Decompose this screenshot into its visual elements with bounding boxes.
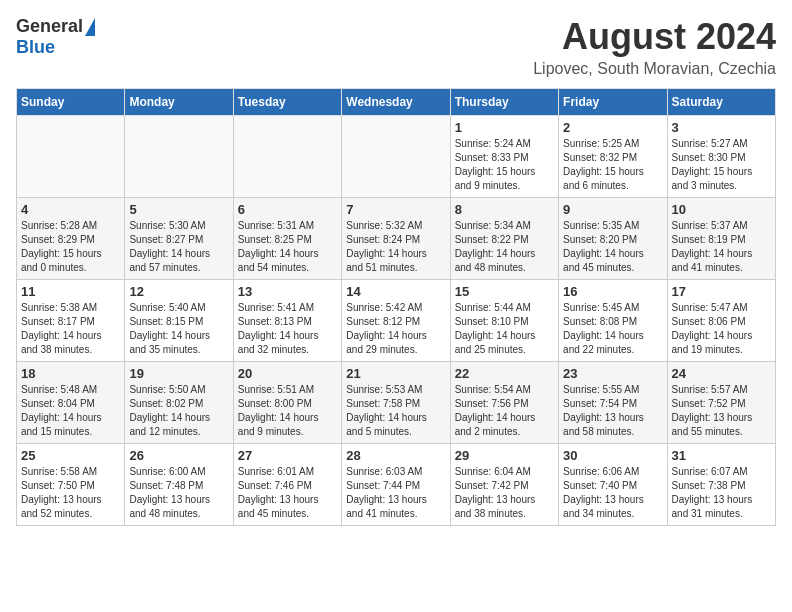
day-info: Sunrise: 5:40 AM Sunset: 8:15 PM Dayligh… xyxy=(129,301,228,357)
calendar-day-cell xyxy=(233,116,341,198)
day-info: Sunrise: 6:01 AM Sunset: 7:46 PM Dayligh… xyxy=(238,465,337,521)
day-number: 14 xyxy=(346,284,445,299)
day-info: Sunrise: 5:37 AM Sunset: 8:19 PM Dayligh… xyxy=(672,219,771,275)
calendar-week-row: 11Sunrise: 5:38 AM Sunset: 8:17 PM Dayli… xyxy=(17,280,776,362)
calendar-day-cell: 9Sunrise: 5:35 AM Sunset: 8:20 PM Daylig… xyxy=(559,198,667,280)
calendar-week-row: 18Sunrise: 5:48 AM Sunset: 8:04 PM Dayli… xyxy=(17,362,776,444)
title-block: August 2024 Lipovec, South Moravian, Cze… xyxy=(533,16,776,78)
day-info: Sunrise: 6:07 AM Sunset: 7:38 PM Dayligh… xyxy=(672,465,771,521)
calendar-day-cell: 16Sunrise: 5:45 AM Sunset: 8:08 PM Dayli… xyxy=(559,280,667,362)
calendar-day-cell: 24Sunrise: 5:57 AM Sunset: 7:52 PM Dayli… xyxy=(667,362,775,444)
location-subtitle: Lipovec, South Moravian, Czechia xyxy=(533,60,776,78)
calendar-day-header: Thursday xyxy=(450,89,558,116)
calendar-day-cell: 25Sunrise: 5:58 AM Sunset: 7:50 PM Dayli… xyxy=(17,444,125,526)
day-info: Sunrise: 5:50 AM Sunset: 8:02 PM Dayligh… xyxy=(129,383,228,439)
calendar-week-row: 25Sunrise: 5:58 AM Sunset: 7:50 PM Dayli… xyxy=(17,444,776,526)
day-info: Sunrise: 5:27 AM Sunset: 8:30 PM Dayligh… xyxy=(672,137,771,193)
day-number: 20 xyxy=(238,366,337,381)
logo-blue-text: Blue xyxy=(16,37,55,58)
calendar-day-header: Tuesday xyxy=(233,89,341,116)
calendar-day-header: Monday xyxy=(125,89,233,116)
day-info: Sunrise: 5:25 AM Sunset: 8:32 PM Dayligh… xyxy=(563,137,662,193)
calendar-day-cell: 26Sunrise: 6:00 AM Sunset: 7:48 PM Dayli… xyxy=(125,444,233,526)
day-number: 26 xyxy=(129,448,228,463)
calendar-day-cell: 11Sunrise: 5:38 AM Sunset: 8:17 PM Dayli… xyxy=(17,280,125,362)
day-number: 2 xyxy=(563,120,662,135)
day-info: Sunrise: 5:42 AM Sunset: 8:12 PM Dayligh… xyxy=(346,301,445,357)
calendar-day-cell: 22Sunrise: 5:54 AM Sunset: 7:56 PM Dayli… xyxy=(450,362,558,444)
day-number: 31 xyxy=(672,448,771,463)
day-number: 29 xyxy=(455,448,554,463)
calendar-day-cell: 14Sunrise: 5:42 AM Sunset: 8:12 PM Dayli… xyxy=(342,280,450,362)
day-info: Sunrise: 5:24 AM Sunset: 8:33 PM Dayligh… xyxy=(455,137,554,193)
day-info: Sunrise: 6:04 AM Sunset: 7:42 PM Dayligh… xyxy=(455,465,554,521)
day-info: Sunrise: 5:54 AM Sunset: 7:56 PM Dayligh… xyxy=(455,383,554,439)
day-number: 28 xyxy=(346,448,445,463)
day-number: 8 xyxy=(455,202,554,217)
calendar-day-cell: 23Sunrise: 5:55 AM Sunset: 7:54 PM Dayli… xyxy=(559,362,667,444)
day-number: 7 xyxy=(346,202,445,217)
calendar-day-cell: 27Sunrise: 6:01 AM Sunset: 7:46 PM Dayli… xyxy=(233,444,341,526)
calendar-day-cell: 13Sunrise: 5:41 AM Sunset: 8:13 PM Dayli… xyxy=(233,280,341,362)
day-info: Sunrise: 6:00 AM Sunset: 7:48 PM Dayligh… xyxy=(129,465,228,521)
calendar-day-cell xyxy=(125,116,233,198)
day-number: 30 xyxy=(563,448,662,463)
calendar-day-cell: 20Sunrise: 5:51 AM Sunset: 8:00 PM Dayli… xyxy=(233,362,341,444)
day-info: Sunrise: 5:32 AM Sunset: 8:24 PM Dayligh… xyxy=(346,219,445,275)
calendar-week-row: 1Sunrise: 5:24 AM Sunset: 8:33 PM Daylig… xyxy=(17,116,776,198)
day-info: Sunrise: 5:34 AM Sunset: 8:22 PM Dayligh… xyxy=(455,219,554,275)
day-info: Sunrise: 5:53 AM Sunset: 7:58 PM Dayligh… xyxy=(346,383,445,439)
calendar-day-header: Friday xyxy=(559,89,667,116)
day-info: Sunrise: 5:28 AM Sunset: 8:29 PM Dayligh… xyxy=(21,219,120,275)
day-info: Sunrise: 5:47 AM Sunset: 8:06 PM Dayligh… xyxy=(672,301,771,357)
day-info: Sunrise: 5:38 AM Sunset: 8:17 PM Dayligh… xyxy=(21,301,120,357)
day-number: 27 xyxy=(238,448,337,463)
day-number: 21 xyxy=(346,366,445,381)
day-info: Sunrise: 5:45 AM Sunset: 8:08 PM Dayligh… xyxy=(563,301,662,357)
calendar-day-cell: 5Sunrise: 5:30 AM Sunset: 8:27 PM Daylig… xyxy=(125,198,233,280)
calendar-day-cell: 31Sunrise: 6:07 AM Sunset: 7:38 PM Dayli… xyxy=(667,444,775,526)
calendar-day-header: Wednesday xyxy=(342,89,450,116)
day-number: 15 xyxy=(455,284,554,299)
day-number: 22 xyxy=(455,366,554,381)
calendar-day-cell: 8Sunrise: 5:34 AM Sunset: 8:22 PM Daylig… xyxy=(450,198,558,280)
logo: General Blue xyxy=(16,16,95,58)
day-info: Sunrise: 6:03 AM Sunset: 7:44 PM Dayligh… xyxy=(346,465,445,521)
calendar-day-cell: 19Sunrise: 5:50 AM Sunset: 8:02 PM Dayli… xyxy=(125,362,233,444)
day-info: Sunrise: 5:31 AM Sunset: 8:25 PM Dayligh… xyxy=(238,219,337,275)
logo-triangle-icon xyxy=(85,18,95,36)
calendar-day-cell: 18Sunrise: 5:48 AM Sunset: 8:04 PM Dayli… xyxy=(17,362,125,444)
calendar-day-cell xyxy=(17,116,125,198)
day-number: 12 xyxy=(129,284,228,299)
day-number: 25 xyxy=(21,448,120,463)
calendar-day-cell: 10Sunrise: 5:37 AM Sunset: 8:19 PM Dayli… xyxy=(667,198,775,280)
logo-general-text: General xyxy=(16,16,83,37)
day-number: 10 xyxy=(672,202,771,217)
calendar-table: SundayMondayTuesdayWednesdayThursdayFrid… xyxy=(16,88,776,526)
calendar-day-cell: 21Sunrise: 5:53 AM Sunset: 7:58 PM Dayli… xyxy=(342,362,450,444)
calendar-day-cell: 30Sunrise: 6:06 AM Sunset: 7:40 PM Dayli… xyxy=(559,444,667,526)
calendar-day-cell: 2Sunrise: 5:25 AM Sunset: 8:32 PM Daylig… xyxy=(559,116,667,198)
day-number: 6 xyxy=(238,202,337,217)
calendar-day-header: Saturday xyxy=(667,89,775,116)
calendar-day-cell: 12Sunrise: 5:40 AM Sunset: 8:15 PM Dayli… xyxy=(125,280,233,362)
calendar-header-row: SundayMondayTuesdayWednesdayThursdayFrid… xyxy=(17,89,776,116)
day-info: Sunrise: 5:58 AM Sunset: 7:50 PM Dayligh… xyxy=(21,465,120,521)
day-info: Sunrise: 5:44 AM Sunset: 8:10 PM Dayligh… xyxy=(455,301,554,357)
day-number: 4 xyxy=(21,202,120,217)
calendar-day-cell: 7Sunrise: 5:32 AM Sunset: 8:24 PM Daylig… xyxy=(342,198,450,280)
month-year-title: August 2024 xyxy=(533,16,776,58)
day-number: 13 xyxy=(238,284,337,299)
day-number: 5 xyxy=(129,202,228,217)
day-info: Sunrise: 5:41 AM Sunset: 8:13 PM Dayligh… xyxy=(238,301,337,357)
day-info: Sunrise: 5:35 AM Sunset: 8:20 PM Dayligh… xyxy=(563,219,662,275)
calendar-day-cell: 29Sunrise: 6:04 AM Sunset: 7:42 PM Dayli… xyxy=(450,444,558,526)
calendar-day-cell: 15Sunrise: 5:44 AM Sunset: 8:10 PM Dayli… xyxy=(450,280,558,362)
day-number: 3 xyxy=(672,120,771,135)
calendar-day-cell: 6Sunrise: 5:31 AM Sunset: 8:25 PM Daylig… xyxy=(233,198,341,280)
day-info: Sunrise: 5:48 AM Sunset: 8:04 PM Dayligh… xyxy=(21,383,120,439)
day-number: 24 xyxy=(672,366,771,381)
day-number: 1 xyxy=(455,120,554,135)
page-header: General Blue August 2024 Lipovec, South … xyxy=(16,16,776,78)
calendar-day-cell xyxy=(342,116,450,198)
